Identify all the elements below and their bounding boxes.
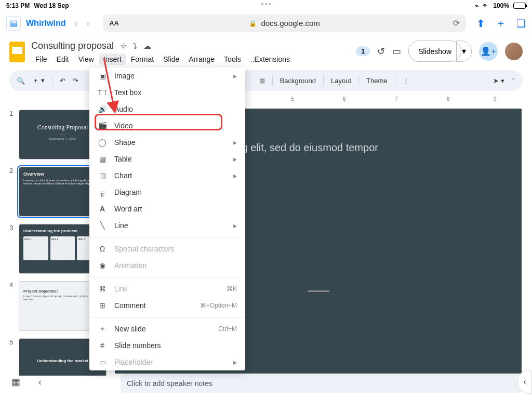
slideshow-menu-caret[interactable]: ▾ [456,41,472,62]
cloud-status-icon[interactable]: ☁ [143,42,151,51]
tabs-icon[interactable]: ❏ [516,17,526,30]
nav-forward-icon[interactable]: › [83,17,93,29]
plus-icon: ＋ [98,324,107,334]
address-bar[interactable]: AA 🔒 docs.google.com ⟳ [103,15,466,32]
share-icon[interactable]: ⬆︎ [476,17,485,30]
comments-icon[interactable]: ▭ [392,46,401,57]
search-icon[interactable]: 🔍 [17,77,25,85]
ipad-status-bar: 5:13 PM Wed 18 Sep ⌁ ᯤ 100% [0,0,532,11]
status-date: Wed 18 Sep [34,2,69,9]
lock-icon: 🔒 [249,20,257,27]
menu-extensions[interactable]: ..Extensions [246,54,294,65]
chevron-right-icon: ▸ [233,171,237,180]
focus-icon: ⌁ [475,2,478,9]
insert-slide-numbers[interactable]: #Slide numbers [89,337,245,354]
insert-menu: ▣Image▸ T⊤Text box 🔊Audio 🎬Video ◯Shape▸… [89,68,245,370]
insert-special-chars: ΩSpecial characters [89,241,245,257]
filmstrip-back-icon[interactable]: ‹ [38,377,42,388]
animation-icon: ◉ [98,261,107,270]
insert-line[interactable]: ╲Line▸ [89,217,245,234]
menu-edit[interactable]: Edit [52,54,73,65]
textbox-icon: T⊤ [98,88,107,97]
menu-bar: File Edit View Insert Format Slide Arran… [31,54,294,65]
version-history-icon[interactable]: ↺ [377,46,385,57]
chevron-right-icon: ▸ [233,358,237,366]
placeholder-icon: ▭ [98,358,107,366]
insert-animation: ◉Animation [89,257,245,274]
audio-icon: 🔊 [98,105,107,113]
safari-toolbar: ▤ Whirlwind ‹ › AA 🔒 docs.google.com ⟳ ⬆… [0,11,532,35]
format-toolbar: 🔍 ＋ ▾ ↶ ↷ ⊞ Background Layout Theme ⋮ ➤ … [9,70,523,91]
nav-back-icon[interactable]: ‹ [71,17,81,29]
image-icon: ▣ [98,72,107,80]
chart-icon: ▥ [98,171,107,180]
menu-slide[interactable]: Slide [159,54,183,65]
speaker-notes[interactable]: Click to add speaker notes [121,374,523,393]
layout-button[interactable]: Layout [331,77,351,85]
comment-icon: ⊞ [98,301,107,310]
insert-wordart[interactable]: AWord art [89,201,245,217]
reload-icon[interactable]: ⟳ [453,18,460,28]
menu-format[interactable]: Format [127,54,158,65]
star-icon[interactable]: ☆ [120,42,127,51]
slideshow-button[interactable]: Slideshow [408,41,461,62]
text-size-button[interactable]: AA [109,19,119,27]
video-icon: 🎬 [98,122,107,130]
insert-new-slide[interactable]: ＋New slideCtrl+M [89,321,245,337]
insert-comment[interactable]: ⊞Comment⌘+Option+M [89,297,245,314]
url-text: docs.google.com [261,19,320,28]
new-tab-icon[interactable]: ＋ [496,16,506,30]
insert-textbox[interactable]: T⊤Text box [89,84,245,101]
insert-table[interactable]: ▦Table▸ [89,151,245,167]
browser-name[interactable]: Whirlwind [26,19,65,28]
menu-file[interactable]: File [31,54,51,65]
menu-tools[interactable]: Tools [220,54,245,65]
chevron-right-icon: ▸ [233,138,237,147]
textbox-icon[interactable]: ⊞ [259,77,265,85]
undo-icon[interactable]: ↶ [60,77,65,85]
shape-icon: ◯ [98,138,107,147]
more-icon[interactable]: ⋮ [403,77,409,85]
line-icon: ╲ [98,221,107,230]
menu-view[interactable]: View [74,54,98,65]
wifi-icon: ᯤ [483,2,489,9]
wordart-icon: A [98,205,107,213]
theme-button[interactable]: Theme [366,77,387,85]
new-slide-button[interactable]: ＋ ▾ [32,76,45,85]
move-icon[interactable]: ⤵ [133,42,137,51]
collapse-icon[interactable]: ˄ [512,77,515,85]
slides-logo-icon[interactable] [9,42,25,62]
table-icon: ▦ [98,155,107,163]
insert-image[interactable]: ▣Image▸ [89,68,245,84]
doc-title[interactable]: Consulting proposal [31,41,114,51]
sidebar-toggle-icon[interactable]: ▤ [6,16,21,31]
text-cursor-handle [308,290,329,292]
insert-audio[interactable]: 🔊Audio [89,101,245,117]
pointer-icon[interactable]: ➤ ▾ [493,77,504,85]
hash-icon: # [98,341,107,350]
comment-count-badge[interactable]: 1 [356,46,370,56]
menu-arrange[interactable]: Arrange [184,54,219,65]
insert-video[interactable]: 🎬Video [89,117,245,134]
background-button[interactable]: Background [280,77,316,85]
diagram-icon: ╦ [98,188,107,196]
doc-header: Consulting proposal ☆ ⤵ ☁ File Edit View… [0,35,532,65]
insert-chart[interactable]: ▥Chart▸ [89,167,245,184]
insert-link: ⌘Link⌘K [89,281,245,297]
insert-placeholder: ▭Placeholder▸ [89,354,245,370]
insert-shape[interactable]: ◯Shape▸ [89,134,245,151]
grid-view-icon[interactable]: ▦ [11,376,20,388]
account-avatar[interactable] [505,43,523,60]
status-time: 5:13 PM [6,2,30,9]
share-button[interactable]: 👤+ [479,42,498,61]
chevron-right-icon: ▸ [233,155,237,163]
redo-icon[interactable]: ↷ [73,77,78,85]
omega-icon: Ω [98,245,107,253]
multitask-handle-icon[interactable] [261,3,271,5]
insert-diagram[interactable]: ╦Diagram [89,184,245,201]
menu-insert[interactable]: Insert [99,54,126,65]
battery-icon [513,3,526,9]
link-icon: ⌘ [98,285,107,293]
speaker-notes-placeholder: Click to add speaker notes [127,379,212,388]
battery-percent: 100% [493,2,509,9]
